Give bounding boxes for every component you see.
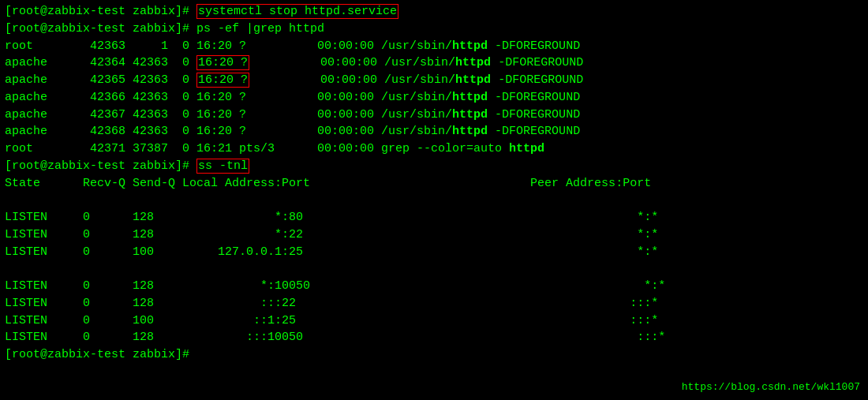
time-highlight-3: 16:20 ? bbox=[196, 73, 249, 88]
ss-row-6: LISTEN 0 128 :::22 :::* bbox=[5, 295, 863, 312]
ss-row-7: LISTEN 0 100 ::1:25 :::* bbox=[5, 312, 863, 330]
ss-row-2: LISTEN 0 128 *:22 *:* bbox=[5, 226, 863, 244]
prompt-3: [root@zabbix-test zabbix]# bbox=[5, 159, 196, 173]
httpd-bold-5: httpd bbox=[452, 108, 488, 121]
prompt-2: [root@zabbix-test zabbix]# bbox=[5, 22, 196, 36]
blog-url: https://blog.csdn.net/wkl1007 bbox=[682, 380, 860, 395]
terminal: [root@zabbix-test zabbix]# systemctl sto… bbox=[0, 0, 868, 400]
ps-line-4: apache 42366 42363 0 16:20 ? 00:00:00 /u… bbox=[5, 89, 863, 107]
cmd1-text: systemctl stop httpd.service bbox=[196, 4, 398, 19]
httpd-bold-4: httpd bbox=[452, 91, 488, 104]
httpd-bold-1: httpd bbox=[452, 39, 488, 53]
line-cmd2: [root@zabbix-test zabbix]# ps -ef |grep … bbox=[5, 21, 863, 38]
ps-line-5: apache 42367 42363 0 16:20 ? 00:00:00 /u… bbox=[5, 107, 863, 124]
cmd3-text: ss -tnl bbox=[196, 159, 249, 174]
ps-line-6: apache 42368 42363 0 16:20 ? 00:00:00 /u… bbox=[5, 123, 863, 140]
httpd-bold-2: httpd bbox=[455, 56, 491, 69]
final-prompt-text: [root@zabbix-test zabbix]# bbox=[5, 348, 196, 361]
ss-blank-2 bbox=[5, 260, 863, 278]
ss-blank-1 bbox=[5, 192, 863, 209]
ss-row-3: LISTEN 0 100 127.0.0.1:25 *:* bbox=[5, 244, 863, 261]
httpd-bold-grep: httpd bbox=[509, 142, 544, 155]
line-cmd1: [root@zabbix-test zabbix]# systemctl sto… bbox=[5, 3, 863, 21]
ss-row-8: LISTEN 0 128 :::10050 :::* bbox=[5, 329, 863, 346]
ps-line-1: root 42363 1 0 16:20 ? 00:00:00 /usr/sbi… bbox=[5, 38, 863, 55]
ps-line-3: apache 42365 42363 0 16:20 ? 00:00:00 /u… bbox=[5, 72, 863, 89]
line-cmd3: [root@zabbix-test zabbix]# ss -tnl bbox=[5, 158, 863, 175]
ss-row-1: LISTEN 0 128 *:80 *:* bbox=[5, 209, 863, 226]
time-highlight-2: 16:20 ? bbox=[196, 55, 249, 70]
ps-line-grep: root 42371 37387 0 16:21 pts/3 00:00:00 … bbox=[5, 140, 863, 158]
httpd-bold-3: httpd bbox=[455, 73, 491, 87]
cmd2-text: ps -ef |grep httpd bbox=[196, 22, 324, 36]
ss-row-5: LISTEN 0 128 *:10050 *:* bbox=[5, 278, 863, 295]
ss-header: State Recv-Q Send-Q Local Address:Port P… bbox=[5, 175, 863, 193]
prompt-1: [root@zabbix-test zabbix]# bbox=[5, 5, 196, 18]
httpd-bold-6: httpd bbox=[452, 125, 488, 138]
line-final-prompt: [root@zabbix-test zabbix]# bbox=[5, 346, 863, 364]
ps-line-2: apache 42364 42363 0 16:20 ? 00:00:00 /u… bbox=[5, 54, 863, 72]
